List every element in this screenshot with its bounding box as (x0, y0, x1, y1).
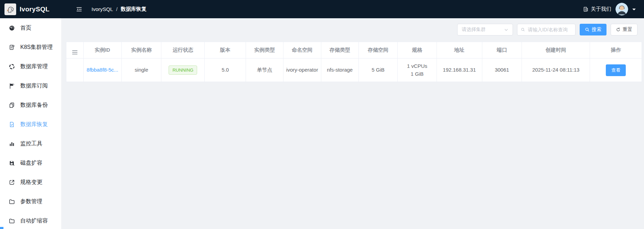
sidebar: 首页 K8S集群管理 数据库管理 数据库订阅 数据库备份 (0, 18, 61, 229)
search-button-label: 搜索 (592, 27, 601, 33)
column-instance-id: 实例ID (83, 42, 121, 59)
cluster-icon (9, 44, 15, 51)
sidebar-item-label: 数据库恢复 (20, 121, 48, 128)
created-at-cell: 2025-11-24 08:11:13 (522, 59, 590, 82)
filter-bar: 请选择集群 搜索 重置 (61, 18, 644, 35)
column-status: 运行状态 (161, 42, 205, 59)
folder-icon (9, 218, 15, 224)
subscription-icon (9, 83, 15, 89)
chevron-down-icon[interactable] (632, 9, 636, 12)
sidebar-item-spec-change[interactable]: 规格变更 (0, 173, 61, 192)
sidebar-item-disk-expand[interactable]: 磁盘扩容 (0, 153, 61, 173)
user-avatar[interactable] (615, 3, 628, 15)
column-storage-size: 存储空间 (358, 42, 397, 59)
disk-icon (9, 160, 15, 166)
breadcrumb: IvorySQL / 数据库恢复 (92, 6, 147, 12)
about-us-label: 关于我们 (591, 6, 611, 12)
instance-name-cell: single (121, 59, 161, 82)
sidebar-item-k8s-cluster[interactable]: K8S集群管理 (0, 38, 61, 57)
sidebar-item-database-restore[interactable]: 数据库恢复 (0, 115, 61, 134)
column-namespace: 命名空间 (283, 42, 321, 59)
sidebar-item-label: 首页 (20, 24, 31, 32)
cluster-select[interactable]: 请选择集群 (457, 24, 513, 35)
column-settings-header (66, 42, 84, 59)
navbar-right: 关于我们 (583, 3, 644, 15)
column-port: 端口 (482, 42, 522, 59)
sidebar-item-label: 监控工具 (20, 140, 42, 147)
sidebar-item-label: 数据库订阅 (20, 82, 48, 90)
sidebar-item-label: 数据库备份 (20, 102, 48, 109)
folder-icon (9, 198, 15, 205)
breadcrumb-root[interactable]: IvorySQL (92, 6, 113, 12)
sidebar-item-label: K8S集群管理 (20, 44, 53, 51)
sidebar-item-label: 规格变更 (20, 179, 42, 186)
sidebar-scroll-indicator (0, 227, 3, 229)
sidebar-item-database-backup[interactable]: 数据库备份 (0, 95, 61, 115)
address-cell: 192.168.31.31 (437, 59, 482, 82)
instance-id-link[interactable]: 8fbba8f8-5c... (87, 67, 118, 73)
about-us-link[interactable]: 关于我们 (583, 6, 611, 12)
sidebar-item-label: 数据库管理 (20, 63, 48, 70)
instances-table: 实例ID 实例名称 运行状态 版本 实例类型 命名空间 存储类型 存储空间 规格… (66, 42, 642, 82)
sidebar-item-auto-scale[interactable]: 自动扩缩容 (0, 211, 61, 229)
brand: IvorySQL (0, 3, 61, 15)
search-icon (585, 27, 590, 32)
brand-name: IvorySQL (20, 6, 50, 13)
search-button[interactable]: 搜索 (580, 24, 607, 35)
backup-icon (9, 102, 15, 108)
instance-type-cell: 单节点 (246, 59, 283, 82)
row-expand-cell (66, 59, 84, 82)
database-manage-icon (9, 63, 15, 70)
namespace-cell: ivory-operator (283, 59, 321, 82)
column-created-at: 创建时间 (522, 42, 590, 59)
storage-size-cell: 5 GiB (358, 59, 397, 82)
table-header-row: 实例ID 实例名称 运行状态 版本 实例类型 命名空间 存储类型 存储空间 规格… (66, 42, 642, 59)
breadcrumb-separator: / (116, 6, 118, 12)
menu-fold-icon[interactable] (76, 6, 83, 13)
sidebar-item-label: 自动扩缩容 (20, 217, 48, 225)
column-spec: 规格 (398, 42, 437, 59)
search-input[interactable] (527, 27, 572, 33)
storage-type-cell: nfs-storage (321, 59, 358, 82)
top-navbar: IvorySQL IvorySQL / 数据库恢复 关于我们 (0, 0, 644, 18)
column-settings-icon[interactable] (72, 50, 77, 54)
column-version: 版本 (205, 42, 246, 59)
ivorysql-logo-icon (4, 3, 16, 15)
breadcrumb-current: 数据库恢复 (121, 6, 147, 12)
restore-icon (9, 121, 15, 128)
dashboard-icon (9, 25, 15, 31)
spec-cpu: 1 vCPUs (399, 62, 435, 70)
search-field (517, 24, 576, 35)
column-actions: 操作 (590, 42, 642, 59)
column-instance-name: 实例名称 (121, 42, 161, 59)
cluster-select-placeholder: 请选择集群 (462, 27, 486, 33)
port-cell: 30061 (482, 59, 522, 82)
view-button[interactable]: 查看 (606, 64, 626, 76)
building-icon (583, 6, 589, 12)
spec-cell: 1 vCPUs 1 GiB (398, 59, 437, 82)
sidebar-item-param-manage[interactable]: 参数管理 (0, 192, 61, 211)
sidebar-item-home[interactable]: 首页 (0, 18, 61, 38)
column-storage-type: 存储类型 (321, 42, 358, 59)
spec-memory: 1 GiB (399, 70, 435, 78)
sidebar-item-label: 参数管理 (20, 198, 42, 205)
table-row: 8fbba8f8-5c... single RUNNING 5.0 单节点 iv… (66, 59, 642, 82)
spec-change-icon (9, 179, 15, 186)
reset-button[interactable]: 重置 (611, 24, 637, 35)
chevron-down-icon (504, 28, 508, 32)
column-instance-type: 实例类型 (246, 42, 283, 59)
status-badge: RUNNING (169, 65, 197, 75)
sidebar-item-database-subscription[interactable]: 数据库订阅 (0, 76, 61, 95)
column-address: 地址 (437, 42, 482, 59)
monitor-icon (9, 140, 15, 147)
sidebar-item-database-manage[interactable]: 数据库管理 (0, 57, 61, 76)
sidebar-item-label: 磁盘扩容 (20, 159, 42, 167)
refresh-icon (616, 27, 621, 32)
version-cell: 5.0 (205, 59, 246, 82)
reset-button-label: 重置 (623, 27, 632, 33)
sidebar-item-monitor-tools[interactable]: 监控工具 (0, 134, 61, 153)
search-icon (521, 27, 525, 32)
